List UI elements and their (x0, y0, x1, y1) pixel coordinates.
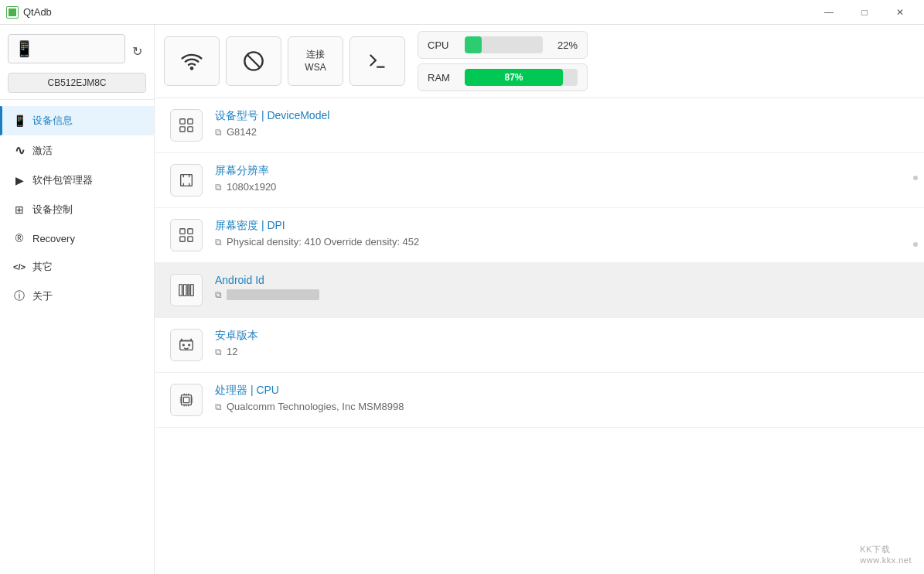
ram-label: RAM (428, 72, 457, 84)
svg-rect-14 (183, 285, 186, 296)
about-icon: ⓘ (12, 289, 26, 303)
cpu-label: CPU (428, 39, 457, 51)
screen-dpi-content: 屏幕密度 | DPI ⧉ Physical density: 410 Overr… (215, 219, 909, 248)
device-dropdown[interactable]: 📱 (8, 34, 125, 63)
screen-resolution-title: 屏幕分辨率 (215, 164, 909, 178)
main-layout: 📱 ↻ CB512EJM8C 📱 设备信息 ∿ 激活 ▶ 软件包管理器 ⊞ (0, 25, 924, 574)
device-control-icon: ⊞ (12, 203, 26, 216)
svg-point-0 (191, 67, 193, 69)
svg-rect-5 (188, 119, 193, 124)
svg-rect-4 (180, 119, 185, 124)
ram-bar-bg: 87% (465, 69, 578, 86)
device-model-copy-icon[interactable]: ⧉ (215, 127, 222, 138)
sidebar-label-about: 关于 (32, 289, 53, 303)
android-version-icon (170, 329, 203, 361)
info-panel[interactable]: 设备型号 | DeviceModel ⧉ G8142 (155, 98, 924, 574)
toolbar: 连接WSA CPU 22% RAM (155, 25, 924, 98)
content-area: 连接WSA CPU 22% RAM (155, 25, 924, 574)
connect-wsa-button[interactable]: 连接WSA (288, 36, 343, 86)
titlebar-controls: — □ ✕ (811, 0, 918, 25)
close-button[interactable]: ✕ (882, 0, 918, 25)
svg-rect-13 (179, 285, 182, 296)
wifi-icon (181, 50, 203, 72)
sidebar: 📱 ↻ CB512EJM8C 📱 设备信息 ∿ 激活 ▶ 软件包管理器 ⊞ (0, 25, 155, 574)
sidebar-item-recovery[interactable]: ® Recovery (0, 224, 154, 252)
android-id-copy-icon[interactable]: ⧉ (215, 289, 222, 300)
device-model-content: 设备型号 | DeviceModel ⧉ G8142 (215, 109, 909, 138)
minimize-button[interactable]: — (811, 0, 847, 25)
cpu-bar-bg (465, 36, 543, 53)
cpu-info-value-row: ⧉ Qualcomm Technologies, Inc MSM8998 (215, 401, 909, 412)
device-model-value-row: ⧉ G8142 (215, 126, 909, 138)
scroll-dot-1 (913, 176, 918, 180)
device-info-icon: 📱 (12, 114, 26, 127)
app-icon (6, 6, 19, 19)
sidebar-nav: 📱 设备信息 ∿ 激活 ▶ 软件包管理器 ⊞ 设备控制 ® Recovery <… (0, 100, 154, 574)
cpu-value: 22% (551, 39, 578, 51)
android-version-value: 12 (227, 346, 237, 357)
android-id-title: Android Id (215, 274, 909, 286)
screen-dpi-copy-icon[interactable]: ⧉ (215, 237, 222, 248)
svg-rect-11 (180, 237, 185, 241)
sidebar-label-package-manager: 软件包管理器 (32, 173, 93, 187)
sidebar-item-package-manager[interactable]: ▶ 软件包管理器 (0, 166, 154, 195)
android-version-value-row: ⧉ 12 (215, 346, 909, 357)
info-item-device-model[interactable]: 设备型号 | DeviceModel ⧉ G8142 (155, 98, 924, 153)
svg-point-18 (182, 344, 184, 346)
sidebar-item-device-control[interactable]: ⊞ 设备控制 (0, 195, 154, 224)
svg-rect-7 (188, 127, 193, 132)
cpu-info-value: Qualcomm Technologies, Inc MSM8998 (227, 401, 404, 412)
svg-point-19 (189, 344, 190, 346)
sidebar-label-recovery: Recovery (32, 233, 75, 244)
info-item-android-id[interactable]: Android Id ⧉ (155, 263, 924, 318)
maximize-button[interactable]: □ (847, 0, 882, 25)
android-version-copy-icon[interactable]: ⧉ (215, 347, 222, 357)
android-version-title: 安卓版本 (215, 329, 909, 343)
sidebar-item-about[interactable]: ⓘ 关于 (0, 282, 154, 311)
svg-rect-9 (180, 229, 185, 234)
stop-button[interactable] (226, 36, 281, 86)
sidebar-label-activate: 激活 (32, 144, 53, 158)
svg-line-2 (247, 55, 260, 67)
screen-resolution-value: 1080x1920 (227, 181, 276, 193)
screen-resolution-value-row: ⧉ 1080x1920 (215, 181, 909, 193)
recovery-icon: ® (12, 232, 26, 244)
ram-stat-row: RAM 87% (418, 63, 588, 91)
package-manager-icon: ▶ (12, 174, 26, 186)
stats-container: CPU 22% RAM 87% (418, 31, 588, 91)
info-item-cpu[interactable]: 处理器 | CPU ⧉ Qualcomm Technologies, Inc M… (155, 373, 924, 428)
info-item-screen-resolution[interactable]: 屏幕分辨率 ⧉ 1080x1920 (155, 153, 924, 208)
cpu-stat-row: CPU 22% (418, 31, 588, 59)
screen-resolution-copy-icon[interactable]: ⧉ (215, 182, 222, 193)
scroll-dot-2 (913, 242, 918, 247)
svg-rect-6 (180, 127, 185, 132)
sidebar-label-other: 其它 (32, 260, 53, 274)
info-item-screen-dpi[interactable]: 屏幕密度 | DPI ⧉ Physical density: 410 Overr… (155, 208, 924, 263)
device-id-button[interactable]: CB512EJM8C (8, 73, 146, 93)
device-icon: 📱 (15, 39, 34, 58)
screen-dpi-value: Physical density: 410 Override density: … (227, 236, 419, 248)
sidebar-item-other[interactable]: </> 其它 (0, 252, 154, 282)
titlebar-left: QtAdb (6, 6, 52, 19)
wifi-button[interactable] (164, 36, 220, 86)
device-model-title: 设备型号 | DeviceModel (215, 109, 909, 123)
terminal-button[interactable] (349, 36, 405, 86)
cpu-bar-fill (465, 36, 482, 53)
cpu-info-icon (170, 384, 203, 416)
other-icon: </> (12, 262, 26, 272)
watermark: KK下载www.kkx.net (860, 544, 912, 565)
cpu-info-copy-icon[interactable]: ⧉ (215, 401, 222, 412)
android-id-content: Android Id ⧉ (215, 274, 909, 300)
sidebar-item-device-info[interactable]: 📱 设备信息 (0, 106, 154, 135)
activate-icon: ∿ (12, 143, 26, 158)
screen-resolution-icon (170, 164, 203, 196)
terminal-icon (367, 51, 387, 71)
svg-rect-8 (181, 175, 193, 186)
refresh-button[interactable]: ↻ (128, 40, 146, 62)
android-version-content: 安卓版本 ⧉ 12 (215, 329, 909, 357)
sidebar-item-activate[interactable]: ∿ 激活 (0, 135, 154, 166)
android-id-value (227, 289, 319, 300)
svg-rect-10 (188, 229, 193, 234)
app-title: QtAdb (23, 6, 52, 18)
info-item-android-version[interactable]: 安卓版本 ⧉ 12 (155, 318, 924, 373)
